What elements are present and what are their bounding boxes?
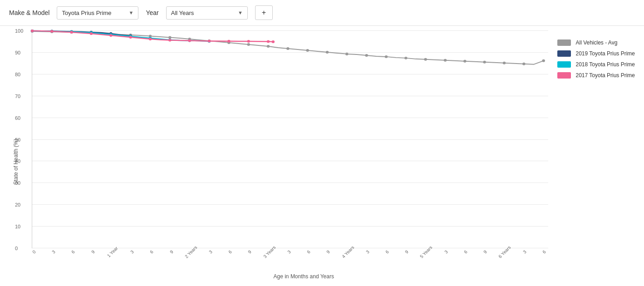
make-model-label: Make & Model xyxy=(9,9,49,16)
legend-label-2018: 2018 Toyota Prius Prime xyxy=(575,61,635,68)
svg-point-53 xyxy=(227,40,230,43)
x-tick-9m: 9 xyxy=(90,249,96,255)
legend-color-2019 xyxy=(557,50,571,57)
chart-svg xyxy=(32,30,548,248)
grid-line-0: 0 xyxy=(32,248,548,248)
svg-point-47 xyxy=(109,34,112,37)
x-tick-1yr6m: 6 xyxy=(149,249,154,255)
legend-color-2018 xyxy=(557,61,571,68)
x-tick-5yr3m: 3 xyxy=(443,249,449,255)
x-axis-label: Age in Months and Years xyxy=(59,273,548,280)
legend-item-2019: 2019 Toyota Prius Prime xyxy=(557,50,635,57)
svg-point-20 xyxy=(424,58,427,61)
svg-point-16 xyxy=(345,53,348,55)
legend-label-2017: 2017 Toyota Prius Prime xyxy=(575,72,635,79)
svg-point-49 xyxy=(149,38,152,40)
year-label: Year xyxy=(146,9,158,16)
svg-point-52 xyxy=(208,39,211,42)
x-tick-0: 0 xyxy=(31,249,37,255)
svg-point-7 xyxy=(168,36,171,39)
svg-point-26 xyxy=(542,59,545,62)
y-tick-70: 70 xyxy=(15,94,20,99)
y-tick-50: 50 xyxy=(15,137,20,143)
year-arrow-icon: ▼ xyxy=(238,10,243,15)
legend-label-2019: 2019 Toyota Prius Prime xyxy=(575,50,635,57)
svg-point-25 xyxy=(522,63,525,65)
make-model-arrow-icon: ▼ xyxy=(129,10,134,15)
svg-point-56 xyxy=(272,40,275,43)
svg-point-11 xyxy=(247,43,250,46)
legend-color-2017 xyxy=(557,72,571,79)
x-tick-6yr6m: 6 xyxy=(541,249,547,255)
x-tick-3m: 3 xyxy=(51,249,56,255)
y-tick-80: 80 xyxy=(15,72,20,77)
y-tick-20: 20 xyxy=(15,202,20,207)
chart-container: State of Health (%) 100 90 80 70 60 50 4 xyxy=(0,26,644,286)
svg-point-44 xyxy=(50,30,53,33)
y-tick-40: 40 xyxy=(15,158,20,164)
x-tick-1yr3m: 3 xyxy=(129,249,135,255)
svg-point-23 xyxy=(483,61,486,64)
legend-color-all-vehicles xyxy=(557,39,571,46)
y-tick-90: 90 xyxy=(15,50,20,55)
svg-point-54 xyxy=(247,40,250,43)
x-tick-4yr3m: 3 xyxy=(365,249,370,255)
y-tick-10: 10 xyxy=(15,224,20,229)
svg-point-24 xyxy=(503,62,506,64)
x-tick-1yr9m: 9 xyxy=(169,249,174,255)
svg-point-21 xyxy=(444,59,447,62)
svg-point-45 xyxy=(70,31,73,34)
y-tick-100: 100 xyxy=(15,28,23,34)
x-tick-2yr9m: 9 xyxy=(247,249,252,255)
legend-item-2017: 2017 Toyota Prius Prime xyxy=(557,72,635,79)
svg-point-13 xyxy=(286,47,289,50)
x-axis-ticks: 0 3 6 9 1 Year 3 6 9 2 Years 3 6 9 3 Yea… xyxy=(32,250,548,268)
add-button[interactable]: + xyxy=(255,5,273,20)
svg-point-14 xyxy=(306,49,309,52)
make-model-dropdown[interactable]: Toyota Prius Prime ▼ xyxy=(57,6,138,20)
legend-label-all-vehicles: All Vehicles - Avg xyxy=(575,39,617,46)
svg-point-55 xyxy=(267,40,270,43)
svg-point-43 xyxy=(31,30,34,32)
svg-point-46 xyxy=(90,32,93,35)
svg-point-50 xyxy=(168,39,171,41)
legend-item-all-vehicles: All Vehicles - Avg xyxy=(557,39,635,46)
svg-point-15 xyxy=(326,51,329,54)
svg-point-18 xyxy=(385,55,388,58)
x-tick-5yr9m: 9 xyxy=(482,249,488,255)
legend: All Vehicles - Avg 2019 Toyota Prius Pri… xyxy=(548,30,639,286)
x-tick-2yr3m: 3 xyxy=(208,249,213,255)
chart-area: State of Health (%) 100 90 80 70 60 50 4 xyxy=(5,30,548,286)
y-tick-60: 60 xyxy=(15,115,20,121)
x-tick-3yr9m: 9 xyxy=(325,249,331,255)
year-dropdown[interactable]: All Years ▼ xyxy=(166,6,248,20)
y-tick-30: 30 xyxy=(15,180,20,186)
x-tick-4yr6m: 6 xyxy=(384,249,390,255)
svg-point-51 xyxy=(188,39,191,42)
svg-point-12 xyxy=(267,45,270,48)
x-tick-5yr6m: 6 xyxy=(463,249,468,255)
legend-item-2018: 2018 Toyota Prius Prime xyxy=(557,61,635,68)
header: Make & Model Toyota Prius Prime ▼ Year A… xyxy=(0,0,644,26)
x-tick-2yr6m: 6 xyxy=(227,249,233,255)
x-tick-6m: 6 xyxy=(70,249,76,255)
x-tick-4yr9m: 9 xyxy=(404,249,409,255)
svg-point-48 xyxy=(129,36,132,39)
x-tick-3yr3m: 3 xyxy=(286,249,292,255)
year-value: All Years xyxy=(171,10,194,16)
chart-inner: 100 90 80 70 60 50 40 30 xyxy=(32,30,548,248)
y-tick-0: 0 xyxy=(15,246,18,251)
make-model-value: Toyota Prius Prime xyxy=(62,10,111,16)
x-tick-3yr6m: 6 xyxy=(306,249,311,255)
x-tick-6yr3m: 3 xyxy=(522,249,527,255)
svg-point-19 xyxy=(404,57,407,59)
svg-point-22 xyxy=(463,60,466,63)
svg-point-17 xyxy=(365,54,368,57)
